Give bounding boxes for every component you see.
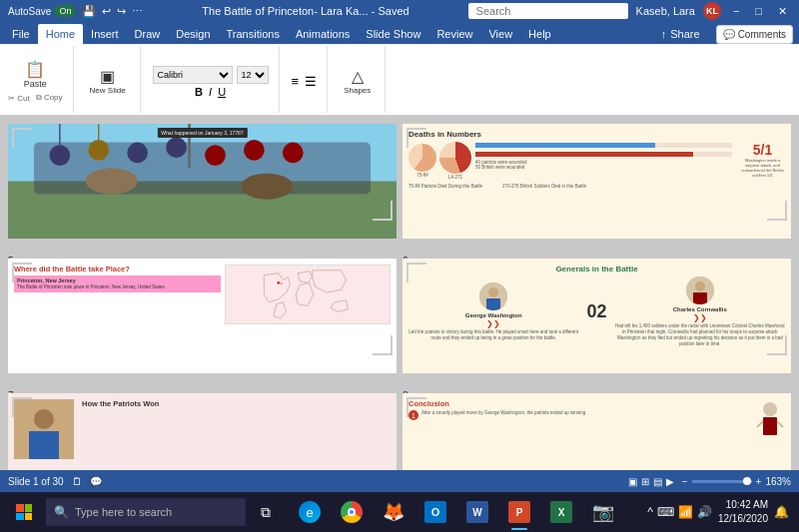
- notification-icon[interactable]: 🔔: [774, 505, 789, 519]
- svg-point-6: [166, 137, 187, 158]
- comments-button[interactable]: 💬 Comments: [716, 25, 793, 44]
- slide-6-thumbnail[interactable]: Deaths in Numbers 75-84 LA 271: [402, 124, 791, 239]
- save-icon[interactable]: 💾: [82, 5, 96, 18]
- slide10-content: Conclusion 1 After a smartly played move…: [408, 399, 785, 443]
- stat1-text: 75-84 Patriots Died During this Battle: [408, 184, 482, 189]
- word-icon: W: [466, 501, 488, 523]
- copy-button[interactable]: ⧉ Copy: [36, 93, 63, 103]
- slide-5-label: What happened on January 3, 1776?: [157, 128, 247, 138]
- powerpoint-app[interactable]: P: [499, 492, 539, 532]
- slide-sorter-icon[interactable]: ⊞: [641, 476, 649, 487]
- camera-app[interactable]: 📷: [583, 492, 623, 532]
- notes-icon[interactable]: 🗒: [72, 476, 82, 487]
- search-input[interactable]: [468, 3, 628, 19]
- tab-draw[interactable]: Draw: [127, 24, 169, 44]
- zoom-slider[interactable]: [692, 480, 752, 483]
- slide-8-wrapper: Generals in the Battle George Washington: [402, 259, 791, 387]
- washington-desc: Led the patriots to victory during this …: [408, 329, 578, 341]
- tab-design[interactable]: Design: [168, 24, 218, 44]
- comments-status-icon: 💬: [90, 476, 102, 487]
- general-cornwallis-card: Charles Cornwallis ❯❯ Had left his 1,400…: [615, 276, 785, 346]
- search-icon: 🔍: [54, 505, 69, 519]
- italic-button[interactable]: I: [209, 86, 212, 98]
- font-family-select[interactable]: Calibri: [153, 66, 233, 84]
- slide-5-thumbnail[interactable]: What happened on January 3, 1776?: [8, 124, 397, 239]
- zoom-level: 163%: [765, 476, 791, 487]
- tab-file[interactable]: File: [4, 24, 38, 44]
- minimize-button[interactable]: −: [729, 5, 743, 17]
- zoom-in-button[interactable]: +: [756, 476, 762, 487]
- slide-7-thumbnail[interactable]: Where did the Battle take Place? Princet…: [8, 259, 397, 373]
- svg-rect-2: [34, 143, 371, 195]
- redo-icon[interactable]: ↪: [117, 5, 126, 18]
- taskbar-search[interactable]: 🔍 Type here to search: [46, 498, 246, 526]
- normal-view-icon[interactable]: ▣: [628, 476, 637, 487]
- slide-9-thumbnail[interactable]: How the Patriots Won: [8, 393, 397, 470]
- new-slide-button[interactable]: ▣ New Slide: [86, 67, 130, 97]
- search-text: Type here to search: [75, 506, 172, 518]
- tab-home[interactable]: Home: [38, 24, 83, 44]
- tab-animations[interactable]: Animations: [288, 24, 358, 44]
- firefox-app[interactable]: 🦊: [374, 492, 413, 532]
- chevron-up-icon[interactable]: ^: [647, 505, 653, 519]
- quick-access-icons: 💾 ↩ ↪ ⋯: [82, 5, 143, 18]
- align-center-button[interactable]: ☰: [305, 74, 317, 89]
- slide-7-wrapper: Where did the Battle take Place? Princet…: [8, 259, 397, 387]
- font-size-select[interactable]: 12: [237, 66, 269, 84]
- close-button[interactable]: ✕: [774, 5, 791, 18]
- progress-bar-2: [475, 152, 732, 157]
- slide7-left: Where did the Battle take Place? Princet…: [14, 265, 221, 367]
- shapes-button[interactable]: △ Shapes: [340, 67, 375, 97]
- volume-icon[interactable]: 🔊: [697, 505, 712, 519]
- battle-svg: [8, 124, 397, 239]
- tab-view[interactable]: View: [480, 24, 520, 44]
- slide-8-thumbnail[interactable]: Generals in the Battle George Washington: [402, 259, 791, 373]
- excel-app[interactable]: X: [541, 492, 581, 532]
- align-left-button[interactable]: ≡: [292, 74, 300, 89]
- svg-text:P: P: [281, 282, 283, 286]
- paragraph-group: ≡ ☰: [292, 46, 329, 113]
- keyboard-icon[interactable]: ⌨: [657, 505, 674, 519]
- slide7-title: Where did the Battle take Place?: [14, 265, 221, 273]
- powerpoint-icon: P: [508, 501, 530, 523]
- system-clock[interactable]: 10:42 AM 12/16/2020: [718, 498, 768, 526]
- underline-button[interactable]: U: [218, 86, 226, 98]
- avatar[interactable]: KL: [703, 2, 721, 20]
- share-button[interactable]: ↑ Share: [651, 24, 710, 44]
- chrome-app[interactable]: [332, 492, 372, 532]
- status-left: Slide 1 of 30 🗒 💬: [8, 476, 102, 487]
- tab-transitions[interactable]: Transitions: [219, 24, 288, 44]
- wifi-icon[interactable]: 📶: [678, 505, 693, 519]
- reading-view-icon[interactable]: ▤: [653, 476, 662, 487]
- maximize-button[interactable]: □: [751, 5, 766, 17]
- more-icon[interactable]: ⋯: [132, 5, 143, 18]
- stat2-text: 270-276 British Soldiers Died in this Ba…: [502, 184, 586, 189]
- word-app[interactable]: W: [457, 492, 497, 532]
- tab-help[interactable]: Help: [520, 24, 559, 44]
- outlook-app[interactable]: O: [415, 492, 455, 532]
- autosave-toggle[interactable]: On: [54, 5, 76, 17]
- slideshow-view-icon[interactable]: ▶: [666, 476, 674, 487]
- ratio-area: 5/1 Washington made a surprise attack, a…: [740, 142, 785, 178]
- font-group: Calibri 12 B I U: [153, 46, 280, 113]
- start-button[interactable]: [4, 492, 44, 532]
- tab-slideshow[interactable]: Slide Show: [358, 24, 428, 44]
- tab-insert[interactable]: Insert: [83, 24, 127, 44]
- slide-10-thumbnail[interactable]: Conclusion 1 After a smartly played move…: [402, 393, 791, 470]
- task-view-button[interactable]: ⧉: [248, 492, 284, 532]
- svg-rect-29: [763, 417, 777, 435]
- svg-point-4: [88, 140, 109, 161]
- paste-button[interactable]: 📋 Paste: [20, 60, 51, 91]
- status-right: ▣ ⊞ ▤ ▶ − + 163%: [628, 476, 791, 487]
- autosave-area: AutoSave On: [8, 5, 76, 17]
- zoom-out-button[interactable]: −: [682, 476, 688, 487]
- edge-app[interactable]: e: [290, 492, 330, 532]
- generals-count-area: 02: [586, 302, 606, 320]
- world-map: P: [225, 265, 391, 324]
- tab-review[interactable]: Review: [428, 24, 480, 44]
- wounded-text: 40 patriots were wounded 50 British were…: [475, 160, 732, 170]
- bold-button[interactable]: B: [195, 86, 203, 98]
- svg-point-15: [241, 174, 293, 200]
- cut-button[interactable]: ✂ Cut: [8, 94, 30, 103]
- undo-icon[interactable]: ↩: [102, 5, 111, 18]
